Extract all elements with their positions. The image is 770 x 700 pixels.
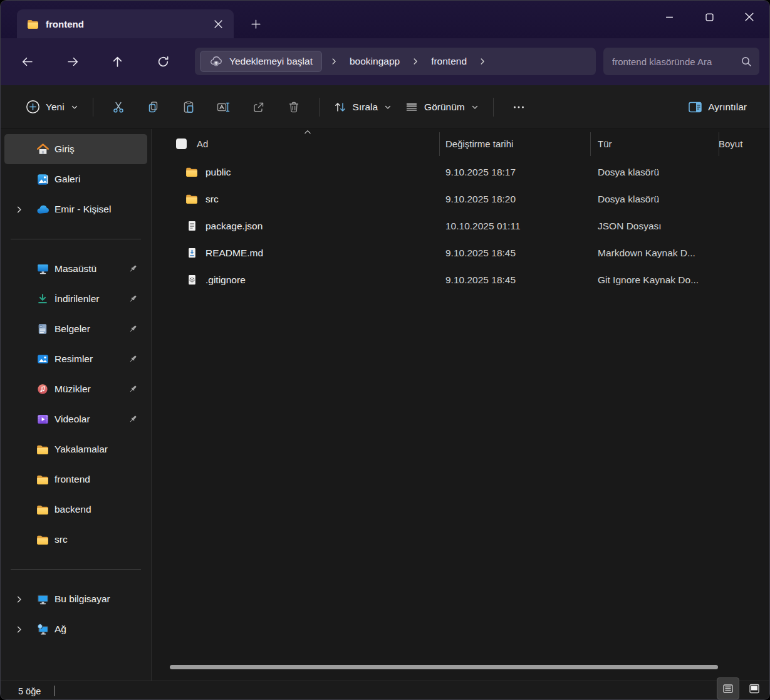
sidebar-item-src[interactable]: src	[4, 525, 147, 555]
maximize-icon	[705, 13, 714, 21]
file-modified: 9.10.2025 18:45	[445, 274, 598, 286]
column-header-type[interactable]: Tür	[598, 138, 719, 149]
chevron-right-icon[interactable]	[8, 625, 29, 634]
file-row[interactable]: public 9.10.2025 18:17 Dosya klasörü	[152, 159, 769, 185]
file-modified: 10.10.2025 01:11	[445, 221, 598, 232]
minimize-button[interactable]	[649, 1, 689, 33]
sort-button-label: Sırala	[353, 102, 378, 113]
sidebar-item-backend[interactable]: backend	[4, 494, 147, 525]
file-row[interactable]: package.json 10.10.2025 01:11 JSON Dosya…	[152, 212, 769, 239]
new-tab-button[interactable]	[246, 14, 265, 33]
up-button[interactable]	[106, 50, 128, 73]
search-input[interactable]	[603, 56, 739, 67]
sidebar-item-label: Resimler	[55, 353, 125, 365]
sidebar-item-gallery[interactable]: Galeri	[4, 164, 147, 194]
desktop-icon	[34, 263, 51, 274]
sort-button[interactable]: Sırala	[327, 95, 399, 119]
share-button[interactable]	[245, 93, 273, 121]
details-pane-button[interactable]: Ayrıntılar	[682, 96, 753, 118]
column-divider[interactable]	[590, 132, 591, 156]
pin-icon	[125, 324, 141, 334]
large-icons-view-button[interactable]	[743, 677, 766, 699]
column-header-modified[interactable]: Değiştirme tarihi	[445, 138, 598, 149]
search-icon[interactable]	[739, 56, 759, 67]
arrow-up-icon	[111, 55, 124, 68]
title-bar: frontend	[1, 1, 769, 38]
home-icon	[34, 144, 51, 155]
column-header-size[interactable]: Boyut	[719, 138, 769, 149]
file-row[interactable]: README.md 9.10.2025 18:45 Markdown Kayna…	[152, 239, 769, 266]
file-row[interactable]: src 9.10.2025 18:20 Dosya klasörü	[152, 185, 769, 212]
paste-button[interactable]	[175, 93, 202, 121]
copy-button[interactable]	[140, 93, 167, 121]
close-icon	[745, 13, 754, 21]
sidebar-item-label: src	[55, 534, 143, 545]
file-modified: 9.10.2025 18:45	[445, 248, 598, 259]
sidebar-item-captures[interactable]: Yakalamalar	[4, 434, 147, 464]
sidebar-item-home[interactable]: Giriş	[4, 134, 147, 164]
chevron-right-icon[interactable]	[8, 595, 29, 604]
plus-circle-icon	[26, 100, 40, 114]
sidebar-divider	[11, 569, 141, 570]
breadcrumb-backup-button[interactable]: Yedeklemeyi başlat	[200, 51, 322, 72]
sidebar-item-desktop[interactable]: Masaüstü	[4, 254, 147, 284]
details-view-button[interactable]	[717, 677, 739, 699]
navigation-bar: Yedeklemeyi başlat bookingapp frontend	[1, 38, 769, 85]
sort-ascending-indicator	[304, 130, 311, 135]
documents-icon	[34, 323, 51, 335]
sidebar-item-documents[interactable]: Belgeler	[4, 314, 147, 344]
folder-icon	[27, 19, 39, 29]
scissors-icon	[112, 100, 125, 114]
toolbar-divider	[319, 98, 320, 117]
forward-button[interactable]	[61, 50, 84, 73]
sidebar-item-music[interactable]: Müzikler	[4, 374, 147, 404]
column-header-name[interactable]: Ad	[197, 138, 208, 149]
folder-icon	[185, 194, 198, 204]
column-divider[interactable]	[439, 132, 440, 156]
new-button[interactable]: Yeni	[19, 95, 85, 119]
cut-button[interactable]	[105, 93, 132, 121]
sidebar-item-videos[interactable]: Videolar	[4, 404, 147, 434]
file-name: README.md	[206, 248, 263, 259]
horizontal-scrollbar[interactable]	[170, 665, 718, 669]
sidebar-divider	[11, 239, 141, 239]
rename-button[interactable]	[210, 93, 237, 121]
close-window-button[interactable]	[729, 1, 769, 33]
sidebar-item-pictures[interactable]: Resimler	[4, 344, 147, 374]
sidebar-item-frontend[interactable]: frontend	[4, 464, 147, 494]
more-button[interactable]	[505, 93, 533, 121]
toolbar-divider	[93, 98, 93, 117]
select-all-checkbox[interactable]	[176, 138, 187, 149]
maximize-button[interactable]	[689, 1, 729, 33]
column-divider[interactable]	[719, 132, 719, 156]
breadcrumb-segment[interactable]: bookingapp	[346, 56, 403, 67]
explorer-tab[interactable]: frontend	[17, 9, 234, 38]
markdown-file-icon	[185, 248, 198, 258]
breadcrumb-segment[interactable]: frontend	[427, 56, 471, 67]
sidebar-item-this-pc[interactable]: Bu bilgisayar	[4, 584, 147, 614]
view-button[interactable]: Görünüm	[398, 95, 486, 119]
sidebar-item-downloads[interactable]: İndirilenler	[4, 284, 147, 314]
view-button-label: Görünüm	[424, 102, 465, 113]
sidebar-item-onedrive[interactable]: Emir - Kişisel	[4, 194, 147, 224]
share-icon	[252, 100, 266, 114]
file-icon	[185, 221, 198, 231]
paste-icon	[182, 100, 195, 114]
file-type: Dosya klasörü	[598, 194, 719, 205]
large-icons-view-icon	[748, 682, 761, 695]
toolbar-divider	[493, 98, 494, 117]
back-button[interactable]	[16, 50, 38, 73]
arrow-right-icon	[66, 55, 80, 68]
refresh-button[interactable]	[152, 50, 174, 73]
chevron-right-icon	[471, 57, 494, 66]
sidebar-item-label: backend	[55, 504, 143, 515]
file-name: package.json	[206, 221, 263, 232]
delete-button[interactable]	[280, 93, 308, 121]
details-pane-icon	[688, 101, 702, 113]
sidebar-item-network[interactable]: Ağ	[4, 614, 147, 644]
tab-close-icon[interactable]	[209, 14, 227, 33]
sidebar-item-label: Belgeler	[55, 323, 125, 335]
chevron-right-icon[interactable]	[8, 205, 29, 214]
pin-icon	[125, 294, 141, 304]
file-row[interactable]: .gitignore 9.10.2025 18:45 Git Ignore Ka…	[152, 266, 769, 293]
